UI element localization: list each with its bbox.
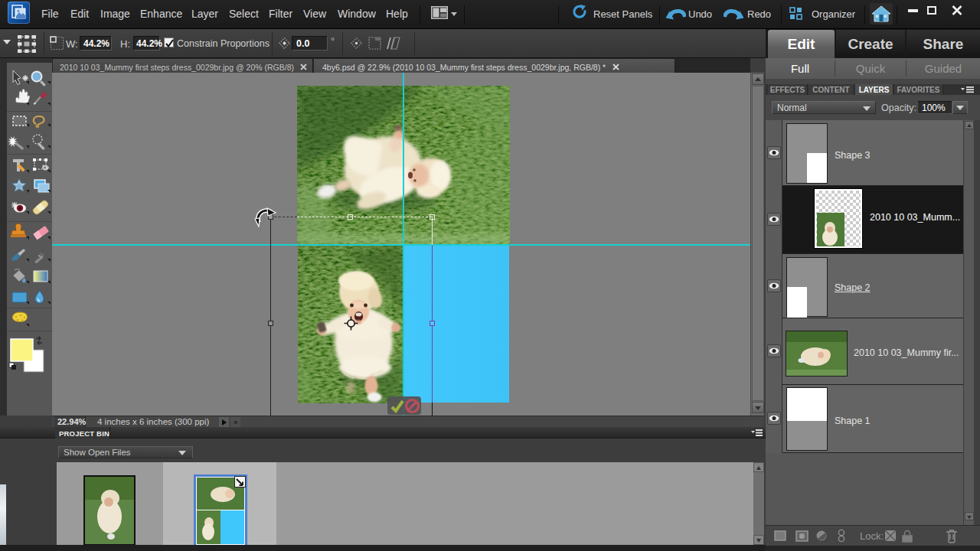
svg-text:Lock:: Lock: bbox=[860, 530, 884, 542]
